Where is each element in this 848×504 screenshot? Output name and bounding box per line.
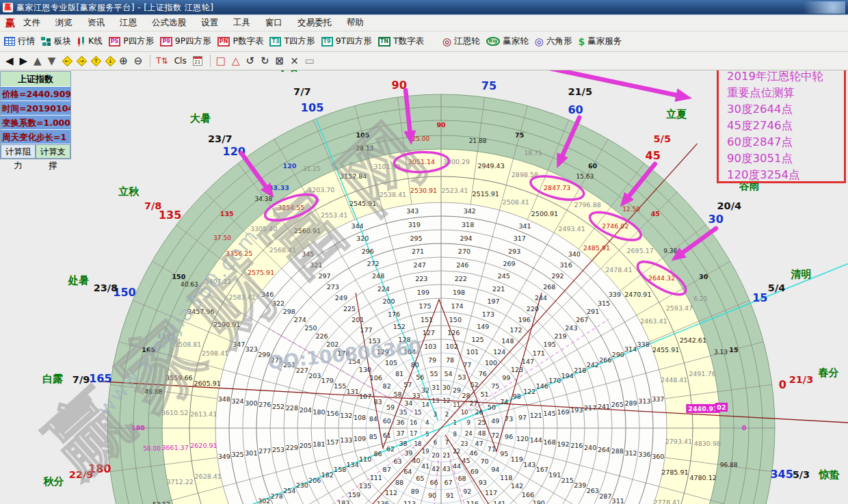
svg-text:158: 158 bbox=[334, 466, 346, 473]
menu-item[interactable]: 浏览 bbox=[55, 17, 72, 29]
svg-text:37.50: 37.50 bbox=[213, 235, 231, 241]
svg-text:250: 250 bbox=[305, 324, 317, 332]
toolbar-item-赢家服务[interactable]: $赢家服务 bbox=[578, 36, 622, 47]
page-left-button[interactable]: ◀ bbox=[5, 54, 14, 68]
cls-button[interactable]: Cls bbox=[174, 54, 187, 68]
kline-icon bbox=[77, 37, 85, 47]
rotate-ccw-button[interactable]: ↺ bbox=[246, 54, 254, 68]
zoom-out-button[interactable]: ⊖ bbox=[134, 54, 143, 68]
svg-text:3712.22: 3712.22 bbox=[166, 478, 193, 486]
menu-item[interactable]: 文件 bbox=[23, 17, 40, 29]
shift-down-button[interactable]: ↓ bbox=[105, 55, 116, 66]
toolbar-item-板块[interactable]: 板块 bbox=[41, 36, 71, 47]
svg-text:55: 55 bbox=[430, 370, 438, 377]
svg-text:179: 179 bbox=[321, 377, 334, 384]
svg-text:348: 348 bbox=[218, 395, 230, 403]
svg-text:93: 93 bbox=[479, 479, 487, 486]
cross-tool-button[interactable]: × bbox=[290, 54, 299, 68]
svg-text:266: 266 bbox=[599, 356, 611, 364]
svg-text:2493.41: 2493.41 bbox=[558, 225, 585, 233]
svg-text:45: 45 bbox=[651, 210, 660, 217]
toolbar-item-六角形[interactable]: ◎六角形 bbox=[535, 36, 572, 47]
rotate-cw-button[interactable]: ↻ bbox=[261, 54, 269, 68]
shift-up-button[interactable]: ↑ bbox=[91, 55, 102, 66]
toolbar-item-K线[interactable]: K线 bbox=[77, 36, 103, 47]
svg-text:125: 125 bbox=[472, 336, 484, 343]
time-price-button[interactable]: T⇅ bbox=[156, 54, 168, 68]
shift-left-button[interactable]: ← bbox=[62, 55, 73, 66]
toolbar-item-赢家轮[interactable]: Big赢家轮 bbox=[486, 36, 529, 47]
menu-item[interactable]: 江恩 bbox=[120, 17, 137, 29]
svg-text:4780.12: 4780.12 bbox=[689, 474, 716, 481]
svg-text:192: 192 bbox=[557, 440, 569, 448]
svg-text:110: 110 bbox=[359, 455, 371, 463]
svg-text:109: 109 bbox=[354, 435, 366, 442]
pyramid-up-button[interactable]: ▲ bbox=[34, 54, 42, 68]
calc-resistance-button[interactable]: 计算阻力 bbox=[1, 144, 36, 159]
menu-item[interactable]: 窗口 bbox=[265, 17, 282, 29]
svg-text:清明: 清明 bbox=[791, 268, 812, 280]
svg-text:31: 31 bbox=[432, 384, 440, 391]
calc-support-button[interactable]: 计算支撑 bbox=[36, 144, 70, 159]
svg-text:59: 59 bbox=[386, 403, 395, 411]
svg-text:17: 17 bbox=[410, 430, 417, 437]
svg-text:79: 79 bbox=[428, 356, 436, 364]
svg-text:21: 21 bbox=[443, 452, 451, 459]
svg-text:71: 71 bbox=[488, 445, 496, 453]
toolbar-item-P数字表[interactable]: PNP数字表 bbox=[217, 36, 264, 47]
svg-text:2440.91: 2440.91 bbox=[688, 405, 717, 412]
svg-text:4830.98: 4830.98 bbox=[694, 440, 721, 447]
board-tool-button[interactable]: ▭ bbox=[305, 54, 315, 68]
svg-text:2485.91: 2485.91 bbox=[583, 244, 610, 252]
toolbar-item-9T四方形[interactable]: T99T四方形 bbox=[321, 36, 372, 47]
table-icon bbox=[4, 37, 15, 46]
calendar-button[interactable]: 21 bbox=[193, 56, 202, 66]
zoom-in-button[interactable]: ⊕ bbox=[119, 54, 128, 68]
svg-text:2491.76: 2491.76 bbox=[689, 370, 715, 377]
svg-text:15.63: 15.63 bbox=[577, 173, 594, 180]
triangle-tool-button[interactable]: △ bbox=[232, 54, 240, 68]
menu-item[interactable]: 帮助 bbox=[347, 17, 364, 29]
toolbar-item-T四方形[interactable]: T3T四方形 bbox=[269, 36, 315, 47]
shift-right-button[interactable]: → bbox=[77, 55, 88, 66]
marquee-tool-button[interactable]: ⊠ bbox=[276, 54, 284, 68]
svg-text:314: 314 bbox=[624, 345, 637, 353]
svg-text:194: 194 bbox=[561, 372, 574, 380]
menu-item[interactable]: 资讯 bbox=[88, 17, 105, 29]
svg-text:3: 3 bbox=[434, 411, 437, 418]
svg-text:360: 360 bbox=[652, 453, 664, 460]
toolbar-item-label: T数字表 bbox=[393, 36, 424, 47]
annotation-line: 2019年江恩轮中轮 bbox=[727, 68, 844, 85]
toolbar-item-9P四方形[interactable]: P99P四方形 bbox=[160, 36, 211, 47]
svg-text:220: 220 bbox=[527, 305, 539, 313]
svg-text:134: 134 bbox=[347, 461, 359, 468]
page-right-button[interactable]: ▶ bbox=[20, 54, 28, 68]
toolbar-item-T数字表[interactable]: TNT数字表 bbox=[378, 36, 424, 47]
rect-tool-button[interactable]: □ bbox=[216, 54, 226, 68]
svg-text:215: 215 bbox=[561, 477, 574, 484]
menu-item[interactable]: 公式选股 bbox=[152, 17, 186, 29]
svg-text:171: 171 bbox=[533, 349, 545, 357]
svg-text:324: 324 bbox=[231, 397, 243, 405]
svg-text:242: 242 bbox=[587, 361, 599, 369]
toolbar-item-P四方形[interactable]: PSP四方形 bbox=[109, 36, 155, 47]
toolbar-item-江恩轮[interactable]: ◎江恩轮 bbox=[442, 36, 480, 47]
pyramid-down-button[interactable]: ▼ bbox=[48, 54, 56, 68]
svg-text:316: 316 bbox=[560, 261, 572, 269]
menu-item[interactable]: 工具 bbox=[233, 17, 250, 29]
svg-text:64: 64 bbox=[403, 468, 412, 475]
toolbar-item-行情[interactable]: 行情 bbox=[4, 36, 35, 47]
svg-text:201: 201 bbox=[352, 316, 364, 323]
menu-item[interactable]: 设置 bbox=[201, 17, 218, 29]
svg-text:44: 44 bbox=[453, 462, 461, 470]
menu-bar: 赢 文件浏览资讯江恩公式选股设置工具窗口交易委托帮助 bbox=[0, 15, 848, 31]
svg-text:229: 229 bbox=[286, 444, 298, 451]
dollar-icon: $ bbox=[578, 36, 585, 47]
svg-text:51: 51 bbox=[480, 390, 488, 398]
svg-text:91: 91 bbox=[446, 492, 454, 499]
svg-text:193: 193 bbox=[570, 406, 583, 414]
menu-item[interactable]: 交易委托 bbox=[297, 17, 332, 29]
svg-text:24: 24 bbox=[465, 430, 473, 437]
svg-text:41: 41 bbox=[421, 462, 429, 470]
svg-text:319: 319 bbox=[408, 221, 421, 228]
